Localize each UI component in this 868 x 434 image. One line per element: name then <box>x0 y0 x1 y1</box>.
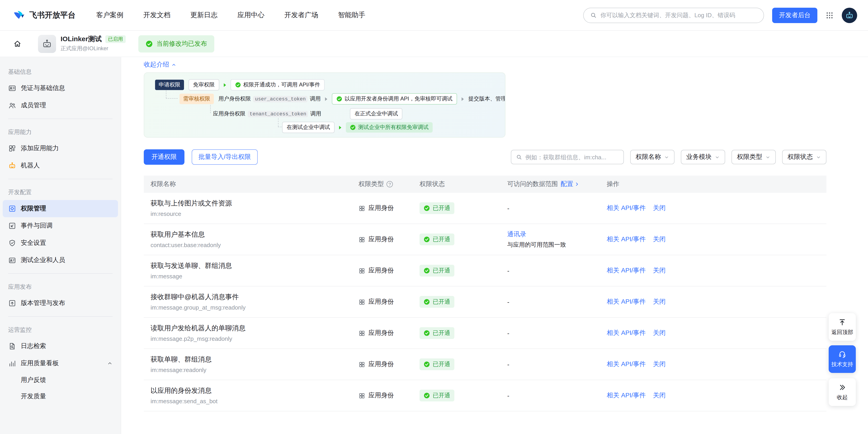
actions-cell: 相关 API/事件 关闭 <box>607 392 827 400</box>
sidebar-item-security[interactable]: 安全设置 <box>3 234 118 252</box>
chevron-down-icon <box>664 154 669 160</box>
open-permission-button[interactable]: 开通权限 <box>144 149 184 165</box>
scope-link[interactable]: 通讯录 <box>507 230 526 237</box>
permission-type-cell: 应用身份 <box>359 329 420 337</box>
permission-name: 读取用户发给机器人的单聊消息 <box>151 324 359 332</box>
divider <box>8 273 113 274</box>
success-pill: 权限开通成功，可调用 API/事件 <box>230 79 324 90</box>
chevron-down-icon <box>765 154 770 160</box>
status-badge: 已开通 <box>420 358 454 370</box>
sidebar-item-quality-board[interactable]: 应用质量看板 <box>3 355 118 372</box>
permission-search-input[interactable] <box>525 154 619 161</box>
close-permission-link[interactable]: 关闭 <box>653 329 666 337</box>
section-release: 应用发布 <box>0 278 121 295</box>
check-circle-icon <box>424 267 430 274</box>
sidebar-item-members[interactable]: 成员管理 <box>3 97 118 114</box>
related-api-link[interactable]: 相关 API/事件 <box>607 298 646 306</box>
filter-permission-status[interactable]: 权限状态 <box>782 150 827 164</box>
close-permission-link[interactable]: 关闭 <box>653 204 666 212</box>
nav-link-docs[interactable]: 开发文档 <box>143 11 170 20</box>
app-identity-icon <box>359 361 365 368</box>
app-identity-icon <box>359 330 365 337</box>
related-api-link[interactable]: 相关 API/事件 <box>607 329 646 337</box>
feishu-logo[interactable]: 飞书开放平台 <box>13 9 75 22</box>
help-icon[interactable]: ? <box>386 181 393 187</box>
apps-grid-icon[interactable] <box>826 11 834 19</box>
no-review-badge: 免审权限 <box>188 79 219 90</box>
sidebar-item-test-org[interactable]: 测试企业和人员 <box>3 252 118 269</box>
sidebar-item-events[interactable]: 事件与回调 <box>3 217 118 234</box>
test-free-pill: 测试企业中所有权限免审调试 <box>346 122 433 133</box>
test-org-pill: 在测试企业中调试 <box>282 122 335 133</box>
collapse-intro-link[interactable]: 收起介绍 <box>144 61 176 69</box>
table-row: 获取用户基本信息 contact:user.base:readonly 应用身份 <box>144 224 827 255</box>
search-icon <box>516 154 522 160</box>
check-circle-icon <box>350 124 356 131</box>
scope-cell: - <box>507 205 607 212</box>
check-circle-icon <box>424 299 430 305</box>
close-permission-link[interactable]: 关闭 <box>653 360 666 368</box>
user-access-token: user_access_token <box>253 96 307 102</box>
sidebar: 基础信息 凭证与基础信息 成员管理 应用能力 添加应用能力 <box>0 57 121 434</box>
sidebar-subitem-user-feedback[interactable]: 用户反馈 <box>0 372 121 388</box>
sidebar-item-version-release[interactable]: 版本管理与发布 <box>3 295 118 312</box>
nav-link-smart-assistant[interactable]: 智能助手 <box>338 11 365 20</box>
arrow-icon <box>224 83 226 87</box>
event-callback-icon <box>8 222 16 230</box>
scope-dash: - <box>507 298 509 306</box>
developer-console-button[interactable]: 开发者后台 <box>772 7 817 23</box>
sidebar-item-bot[interactable]: 机器人 <box>3 157 118 174</box>
nav-link-changelog[interactable]: 更新日志 <box>190 11 217 20</box>
permission-name: 获取用户基本信息 <box>151 230 359 239</box>
close-permission-link[interactable]: 关闭 <box>653 266 666 275</box>
sidebar-item-credentials[interactable]: 凭证与基础信息 <box>3 80 118 97</box>
permission-name: 获取单聊、群组消息 <box>151 355 359 364</box>
user-avatar[interactable] <box>842 7 857 23</box>
table-row: 获取单聊、群组消息 im:message:readonly 应用身份 <box>144 349 827 380</box>
sidebar-item-log-search[interactable]: 日志检索 <box>3 338 118 355</box>
app-identity-icon <box>359 392 365 399</box>
nav-link-customer-cases[interactable]: 客户案例 <box>96 11 123 20</box>
members-icon <box>8 102 16 110</box>
global-search-input[interactable] <box>600 12 757 19</box>
related-api-link[interactable]: 相关 API/事件 <box>607 204 646 212</box>
scope-config-link[interactable]: 配置 <box>561 180 580 188</box>
home-button[interactable] <box>9 35 25 52</box>
sidebar-item-permissions[interactable]: 权限管理 <box>3 200 118 217</box>
import-export-button[interactable]: 批量导入/导出权限 <box>192 149 258 165</box>
primary-nav: 客户案例 开发文档 更新日志 应用中心 开发者广场 智能助手 <box>96 11 365 20</box>
app-avatar <box>38 35 56 53</box>
chevron-up-icon[interactable] <box>107 361 113 366</box>
nav-link-app-center[interactable]: 应用中心 <box>237 11 265 20</box>
related-api-link[interactable]: 相关 API/事件 <box>607 235 646 243</box>
nav-link-developer-forum[interactable]: 开发者广场 <box>284 11 318 20</box>
permission-name: 接收群聊中@机器人消息事件 <box>151 293 359 301</box>
permissions-toolbar: 开通权限 批量导入/导出权限 权限名称 业务模块 <box>144 149 827 165</box>
sidebar-item-add-capability[interactable]: 添加应用能力 <box>3 140 118 157</box>
close-permission-link[interactable]: 关闭 <box>653 298 666 306</box>
collapse-sidebar-button[interactable]: 收起 <box>829 378 856 406</box>
robot-avatar-icon <box>845 11 854 20</box>
bar-chart-icon <box>8 359 16 368</box>
scope-dash: - <box>507 267 509 274</box>
tech-support-button[interactable]: 技术支持 <box>829 345 856 373</box>
filter-permission-type[interactable]: 权限类型 <box>732 150 776 164</box>
app-identity-icon <box>359 205 365 211</box>
related-api-link[interactable]: 相关 API/事件 <box>607 392 646 400</box>
credential-icon <box>8 84 16 92</box>
filter-permission-name[interactable]: 权限名称 <box>630 150 675 164</box>
table-header-row: 权限名称 权限类型 ? 权限状态 可访问的数据范围 配置 操作 <box>144 176 827 193</box>
close-permission-link[interactable]: 关闭 <box>653 392 666 400</box>
close-permission-link[interactable]: 关闭 <box>653 235 666 243</box>
sidebar-subitem-dev-quality[interactable]: 开发质量 <box>0 388 121 405</box>
related-api-link[interactable]: 相关 API/事件 <box>607 266 646 275</box>
table-row: 以应用的身份发消息 im:message:send_as_bot 应用身份 <box>144 380 827 411</box>
divider <box>8 316 113 317</box>
feishu-logo-icon <box>13 9 25 22</box>
filter-business-module[interactable]: 业务模块 <box>681 150 725 164</box>
search-icon <box>590 12 597 19</box>
col-header-type: 权限类型 ? <box>359 180 420 188</box>
actions-cell: 相关 API/事件 关闭 <box>607 235 827 243</box>
related-api-link[interactable]: 相关 API/事件 <box>607 360 646 368</box>
back-to-top-button[interactable]: 返回顶部 <box>829 313 856 341</box>
